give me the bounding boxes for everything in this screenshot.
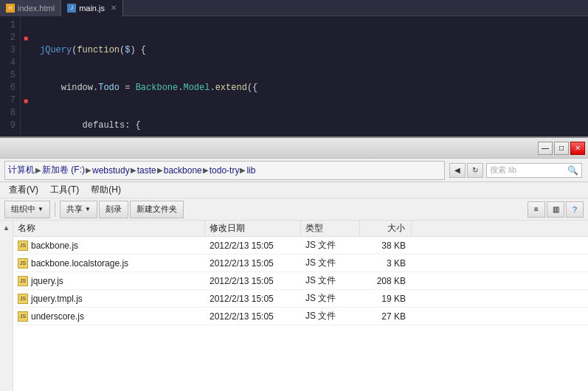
burn-button[interactable]: 刻录 — [99, 201, 128, 218]
table-row[interactable]: JS underscore.js 2012/2/13 15:05 JS 文件 2… — [13, 308, 588, 325]
file-size: 27 KB — [360, 311, 412, 322]
left-panel: ▲ — [0, 221, 13, 391]
code-content: 1 2 3 4 5 6 7 8 9 ■ ■ jQuery(function($)… — [0, 16, 588, 136]
file-date: 2012/2/13 15:05 — [205, 241, 301, 251]
line-numbers: 1 2 3 4 5 6 7 8 9 — [0, 16, 21, 136]
file-list: 名称 修改日期 类型 大小 JS backbone.js 2012/2/13 1… — [13, 221, 588, 391]
code-text[interactable]: jQuery(function($) { window.Todo = Backb… — [34, 16, 588, 136]
table-row[interactable]: JS backbone.localstorage.js 2012/2/13 15… — [13, 255, 588, 272]
search-placeholder: 搜索 lib — [490, 165, 567, 176]
file-type: JS 文件 — [301, 239, 360, 252]
breadcrumb-todo-try[interactable]: todo-try — [210, 165, 240, 176]
col-header-date[interactable]: 修改日期 — [205, 221, 301, 236]
code-editor: H index.html J main.js ✕ 1 2 3 4 5 6 7 8… — [0, 0, 588, 136]
file-type: JS 文件 — [301, 310, 360, 322]
file-name: backbone.localstorage.js — [31, 258, 128, 269]
tab-main-js[interactable]: J main.js ✕ — [61, 0, 123, 16]
minimize-button[interactable]: — — [538, 142, 553, 155]
js-file-icon: JS — [18, 294, 28, 304]
tab-close-icon[interactable]: ✕ — [111, 4, 117, 12]
refresh-button[interactable]: ↻ — [467, 163, 483, 178]
file-type: JS 文件 — [301, 292, 360, 305]
file-date: 2012/2/13 15:05 — [205, 311, 301, 322]
breadcrumb-webstudy[interactable]: webstudy — [92, 165, 130, 176]
scroll-up-icon[interactable]: ▲ — [3, 224, 10, 232]
share-button[interactable]: 共享 ▼ — [60, 201, 97, 218]
address-bar[interactable]: 计算机 ▶ 新加卷 (F:) ▶ webstudy ▶ taste ▶ back… — [4, 161, 445, 180]
file-type: JS 文件 — [301, 274, 360, 287]
share-dropdown-icon: ▼ — [85, 206, 91, 212]
html-file-icon: H — [6, 4, 15, 13]
breadcrumb-backbone[interactable]: backbone — [164, 165, 202, 176]
file-list-container: ▲ 名称 修改日期 类型 大小 JS backbone.js 2012/2/13… — [0, 221, 588, 391]
burn-label: 刻录 — [106, 204, 122, 215]
view-help-button[interactable]: ? — [566, 201, 584, 218]
new-folder-button[interactable]: 新建文件夹 — [130, 201, 184, 218]
breadcrumb-drive[interactable]: 新加卷 (F:) — [42, 164, 85, 176]
file-date: 2012/2/13 15:05 — [205, 258, 301, 269]
organize-label: 组织中 — [11, 204, 35, 215]
file-size: 38 KB — [360, 241, 412, 251]
explorer-titlebar: — □ ✕ — [0, 138, 588, 159]
back-button[interactable]: ◀ — [449, 163, 466, 178]
file-size: 208 KB — [360, 276, 412, 286]
toolbar: 组织中 ▼ 共享 ▼ 刻录 新建文件夹 ≡ ▥ ? — [0, 198, 588, 221]
file-rows-container: JS backbone.js 2012/2/13 15:05 JS 文件 38 … — [13, 237, 588, 325]
maximize-button[interactable]: □ — [554, 142, 569, 155]
file-name: underscore.js — [31, 311, 84, 322]
search-icon: 🔍 — [567, 165, 578, 176]
file-size: 3 KB — [360, 258, 412, 269]
organize-dropdown-icon: ▼ — [38, 206, 44, 212]
view-preview-button[interactable]: ▥ — [547, 201, 564, 218]
toolbar-right: ≡ ▥ ? — [528, 201, 584, 218]
address-controls: ◀ ↻ — [449, 163, 483, 178]
close-button[interactable]: ✕ — [570, 142, 585, 155]
tab-bar: H index.html J main.js ✕ — [0, 0, 588, 16]
view-details-button[interactable]: ≡ — [528, 201, 545, 218]
js-file-icon: JS — [18, 258, 28, 269]
file-name: jquery.js — [31, 276, 63, 286]
js-file-icon: J — [67, 4, 76, 13]
menu-tools[interactable]: 工具(T) — [44, 182, 85, 198]
file-name: backbone.js — [31, 241, 78, 251]
breadcrumb-taste[interactable]: taste — [137, 165, 156, 176]
col-header-name[interactable]: 名称 — [13, 221, 205, 236]
table-row[interactable]: JS jquery.tmpl.js 2012/2/13 15:05 JS 文件 … — [13, 290, 588, 308]
tab-label-main: main.js — [79, 4, 105, 13]
breadcrumb-lib[interactable]: lib — [246, 165, 255, 176]
file-type: JS 文件 — [301, 257, 360, 269]
toolbar-separator-1 — [55, 202, 55, 217]
tab-label-index: index.html — [18, 4, 55, 13]
breadcrumb-computer[interactable]: 计算机 — [8, 164, 35, 176]
file-date: 2012/2/13 15:05 — [205, 294, 301, 304]
file-date: 2012/2/13 15:05 — [205, 276, 301, 286]
share-label: 共享 — [66, 204, 83, 215]
table-row[interactable]: JS jquery.js 2012/2/13 15:05 JS 文件 208 K… — [13, 272, 588, 290]
js-file-icon: JS — [18, 276, 28, 286]
file-explorer: — □ ✕ 计算机 ▶ 新加卷 (F:) ▶ webstudy ▶ taste … — [0, 136, 588, 391]
new-folder-label: 新建文件夹 — [136, 204, 177, 215]
file-name: jquery.tmpl.js — [31, 294, 83, 304]
js-file-icon: JS — [18, 241, 28, 251]
menu-bar: 查看(V) 工具(T) 帮助(H) — [0, 182, 588, 198]
table-row[interactable]: JS backbone.js 2012/2/13 15:05 JS 文件 38 … — [13, 237, 588, 255]
window-controls: — □ ✕ — [538, 142, 585, 155]
file-list-header: 名称 修改日期 类型 大小 — [13, 221, 588, 237]
js-file-icon: JS — [18, 311, 28, 322]
col-header-size[interactable]: 大小 — [360, 221, 412, 236]
organize-button[interactable]: 组织中 ▼ — [4, 201, 50, 218]
address-bar-row: 计算机 ▶ 新加卷 (F:) ▶ webstudy ▶ taste ▶ back… — [0, 159, 588, 182]
search-box[interactable]: 搜索 lib 🔍 — [486, 163, 582, 178]
col-header-type[interactable]: 类型 — [301, 221, 360, 236]
tab-index-html[interactable]: H index.html — [0, 0, 61, 16]
file-size: 19 KB — [360, 294, 412, 304]
breadcrumb: 计算机 ▶ 新加卷 (F:) ▶ webstudy ▶ taste ▶ back… — [8, 164, 441, 176]
breakpoint-column: ■ ■ — [21, 16, 34, 136]
menu-help[interactable]: 帮助(H) — [85, 182, 127, 198]
menu-view[interactable]: 查看(V) — [3, 182, 44, 198]
